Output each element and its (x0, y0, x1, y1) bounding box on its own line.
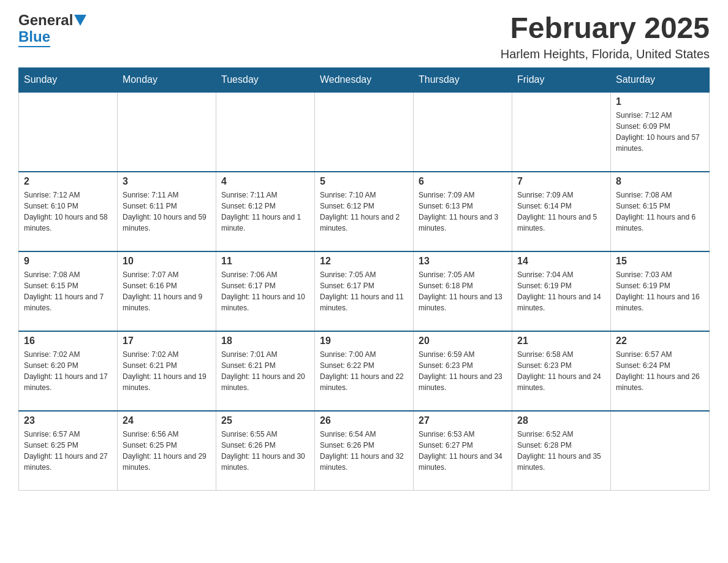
calendar-cell: 11Sunrise: 7:06 AMSunset: 6:17 PMDayligh… (216, 251, 315, 331)
day-info: Sunrise: 7:06 AMSunset: 6:17 PMDaylight:… (221, 269, 309, 313)
calendar-cell (315, 92, 414, 172)
day-info: Sunrise: 7:03 AMSunset: 6:19 PMDaylight:… (616, 269, 704, 313)
day-number: 26 (320, 415, 408, 426)
month-title: February 2025 (501, 12, 710, 45)
calendar-cell: 6Sunrise: 7:09 AMSunset: 6:13 PMDaylight… (414, 172, 512, 251)
title-section: February 2025 Harlem Heights, Florida, U… (501, 12, 710, 61)
logo-row1: General (18, 12, 88, 28)
day-number: 17 (123, 335, 211, 347)
calendar-cell: 22Sunrise: 6:57 AMSunset: 6:24 PMDayligh… (611, 331, 710, 411)
weekday-header-tuesday: Tuesday (216, 67, 315, 92)
week-row-1: 1Sunrise: 7:12 AMSunset: 6:09 PMDaylight… (19, 92, 710, 172)
day-number: 23 (24, 415, 112, 426)
day-info: Sunrise: 7:05 AMSunset: 6:18 PMDaylight:… (419, 269, 507, 313)
day-info: Sunrise: 7:08 AMSunset: 6:15 PMDaylight:… (616, 190, 704, 234)
calendar-cell: 15Sunrise: 7:03 AMSunset: 6:19 PMDayligh… (611, 251, 710, 331)
day-info: Sunrise: 7:11 AMSunset: 6:12 PMDaylight:… (221, 190, 309, 234)
calendar-cell (19, 92, 118, 172)
day-info: Sunrise: 7:00 AMSunset: 6:22 PMDaylight:… (320, 349, 408, 393)
day-info: Sunrise: 6:55 AMSunset: 6:26 PMDaylight:… (221, 429, 309, 473)
day-number: 16 (24, 335, 112, 347)
day-number: 28 (517, 415, 605, 426)
day-info: Sunrise: 7:12 AMSunset: 6:09 PMDaylight:… (616, 110, 704, 154)
weekday-header-monday: Monday (118, 67, 216, 92)
day-number: 24 (123, 415, 211, 426)
day-info: Sunrise: 6:57 AMSunset: 6:24 PMDaylight:… (616, 349, 704, 393)
svg-marker-0 (74, 15, 86, 26)
day-number: 1 (616, 96, 704, 107)
day-info: Sunrise: 7:04 AMSunset: 6:19 PMDaylight:… (517, 269, 605, 313)
calendar-cell: 1Sunrise: 7:12 AMSunset: 6:09 PMDaylight… (611, 92, 710, 172)
calendar-cell (216, 92, 315, 172)
day-info: Sunrise: 7:12 AMSunset: 6:10 PMDaylight:… (24, 190, 112, 234)
calendar-cell: 24Sunrise: 6:56 AMSunset: 6:25 PMDayligh… (118, 411, 216, 491)
day-number: 10 (123, 256, 211, 267)
day-info: Sunrise: 6:58 AMSunset: 6:23 PMDaylight:… (517, 349, 605, 393)
calendar-table: SundayMondayTuesdayWednesdayThursdayFrid… (18, 67, 710, 491)
day-number: 27 (419, 415, 507, 426)
day-number: 25 (221, 415, 309, 426)
weekday-header-row: SundayMondayTuesdayWednesdayThursdayFrid… (19, 67, 710, 92)
day-number: 7 (517, 176, 605, 187)
day-number: 21 (517, 335, 605, 347)
calendar-cell: 20Sunrise: 6:59 AMSunset: 6:23 PMDayligh… (414, 331, 512, 411)
day-info: Sunrise: 7:10 AMSunset: 6:12 PMDaylight:… (320, 190, 408, 234)
day-number: 15 (616, 256, 704, 267)
calendar-cell (611, 411, 710, 491)
calendar-cell: 3Sunrise: 7:11 AMSunset: 6:11 PMDaylight… (118, 172, 216, 251)
day-number: 11 (221, 256, 309, 267)
calendar-cell: 16Sunrise: 7:02 AMSunset: 6:20 PMDayligh… (19, 331, 118, 411)
day-info: Sunrise: 6:57 AMSunset: 6:25 PMDaylight:… (24, 429, 112, 473)
page-header: General Blue February 2025 Harlem Height… (18, 12, 710, 61)
calendar-cell: 9Sunrise: 7:08 AMSunset: 6:15 PMDaylight… (19, 251, 118, 331)
calendar-cell: 14Sunrise: 7:04 AMSunset: 6:19 PMDayligh… (512, 251, 611, 331)
day-info: Sunrise: 7:07 AMSunset: 6:16 PMDaylight:… (123, 269, 211, 313)
weekday-header-sunday: Sunday (19, 67, 118, 92)
day-info: Sunrise: 6:59 AMSunset: 6:23 PMDaylight:… (419, 349, 507, 393)
day-number: 9 (24, 256, 112, 267)
calendar-cell: 28Sunrise: 6:52 AMSunset: 6:28 PMDayligh… (512, 411, 611, 491)
day-info: Sunrise: 7:02 AMSunset: 6:20 PMDaylight:… (24, 349, 112, 393)
day-info: Sunrise: 6:56 AMSunset: 6:25 PMDaylight:… (123, 429, 211, 473)
logo-general-span: General (18, 12, 73, 28)
weekday-header-wednesday: Wednesday (315, 67, 414, 92)
day-number: 14 (517, 256, 605, 267)
week-row-3: 9Sunrise: 7:08 AMSunset: 6:15 PMDaylight… (19, 251, 710, 331)
week-row-2: 2Sunrise: 7:12 AMSunset: 6:10 PMDaylight… (19, 172, 710, 251)
calendar-cell: 21Sunrise: 6:58 AMSunset: 6:23 PMDayligh… (512, 331, 611, 411)
calendar-cell: 13Sunrise: 7:05 AMSunset: 6:18 PMDayligh… (414, 251, 512, 331)
logo: General Blue (18, 12, 88, 47)
logo-blue-span: Blue (18, 28, 50, 47)
calendar-cell: 23Sunrise: 6:57 AMSunset: 6:25 PMDayligh… (19, 411, 118, 491)
week-row-4: 16Sunrise: 7:02 AMSunset: 6:20 PMDayligh… (19, 331, 710, 411)
calendar-cell (118, 92, 216, 172)
calendar-cell: 8Sunrise: 7:08 AMSunset: 6:15 PMDaylight… (611, 172, 710, 251)
calendar-cell: 7Sunrise: 7:09 AMSunset: 6:14 PMDaylight… (512, 172, 611, 251)
calendar-cell: 27Sunrise: 6:53 AMSunset: 6:27 PMDayligh… (414, 411, 512, 491)
day-number: 8 (616, 176, 704, 187)
calendar-cell: 12Sunrise: 7:05 AMSunset: 6:17 PMDayligh… (315, 251, 414, 331)
day-number: 18 (221, 335, 309, 347)
day-number: 19 (320, 335, 408, 347)
day-number: 5 (320, 176, 408, 187)
day-number: 6 (419, 176, 507, 187)
day-info: Sunrise: 7:01 AMSunset: 6:21 PMDaylight:… (221, 349, 309, 393)
day-number: 12 (320, 256, 408, 267)
day-number: 4 (221, 176, 309, 187)
day-info: Sunrise: 6:54 AMSunset: 6:26 PMDaylight:… (320, 429, 408, 473)
logo-row2: Blue (18, 28, 88, 47)
day-info: Sunrise: 7:02 AMSunset: 6:21 PMDaylight:… (123, 349, 211, 393)
day-info: Sunrise: 7:05 AMSunset: 6:17 PMDaylight:… (320, 269, 408, 313)
day-number: 2 (24, 176, 112, 187)
calendar-cell: 4Sunrise: 7:11 AMSunset: 6:12 PMDaylight… (216, 172, 315, 251)
day-info: Sunrise: 7:09 AMSunset: 6:14 PMDaylight:… (517, 190, 605, 234)
day-info: Sunrise: 6:52 AMSunset: 6:28 PMDaylight:… (517, 429, 605, 473)
calendar-cell (512, 92, 611, 172)
calendar-cell: 26Sunrise: 6:54 AMSunset: 6:26 PMDayligh… (315, 411, 414, 491)
logo-arrow-icon (74, 15, 86, 26)
day-info: Sunrise: 7:11 AMSunset: 6:11 PMDaylight:… (123, 190, 211, 234)
day-number: 3 (123, 176, 211, 187)
day-info: Sunrise: 6:53 AMSunset: 6:27 PMDaylight:… (419, 429, 507, 473)
calendar-cell: 2Sunrise: 7:12 AMSunset: 6:10 PMDaylight… (19, 172, 118, 251)
day-number: 22 (616, 335, 704, 347)
